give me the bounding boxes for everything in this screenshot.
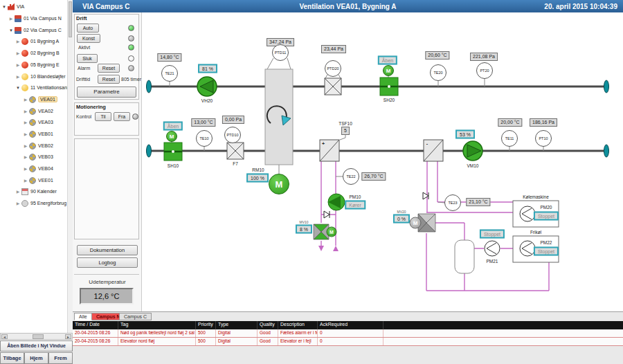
pm10-label: PM10 [350,194,361,199]
sidebar-item-veb01[interactable]: ▶VEB01 [0,129,66,139]
sidebar-item-campus-n[interactable]: ▶01 Via Campus N [0,13,66,24]
tab-campus-c[interactable]: Campus C [119,313,152,320]
fan-vh20[interactable] [197,77,217,96]
expand-icon[interactable]: ▶ [15,39,21,44]
expand-icon[interactable]: ▼ [1,5,7,9]
expand-icon[interactable]: ▶ [23,143,28,148]
sidebar-item-via[interactable]: ▼VIA [0,1,66,12]
sidebar-item-bygning-b[interactable]: ▶02 Bygning B [0,48,66,58]
sidebar-horizontal-scrollbar[interactable]: ◄ ► [0,333,73,340]
sluk-button[interactable]: Sluk [77,54,98,63]
sidebar-vertical-scrollbar[interactable] [67,0,73,333]
expand-icon[interactable]: ▶ [15,62,21,67]
sensor-te10[interactable]: TE10 [196,130,213,147]
pump-pm22[interactable] [520,241,535,256]
aktivt-led [128,44,134,51]
expand-icon[interactable]: ▶ [23,131,28,136]
sidebar-item-blandesloejfer[interactable]: ▶10 Blandesløjfer [0,71,66,82]
forward-button[interactable]: Frem [48,352,73,364]
til-button[interactable]: Til [95,112,111,121]
sidebar-item-vea03[interactable]: ▶VEA03 [0,117,66,127]
alarm-row[interactable]: 20-04-2015 08:26 Elevator nord fløj 500 … [73,338,623,346]
buffer-tank[interactable] [455,240,474,273]
sh10-motor-icon[interactable]: M [166,131,177,142]
supply-filter[interactable] [227,143,244,159]
sensor-te11[interactable]: TE11 [501,130,518,147]
damper-sh20[interactable] [380,75,398,95]
open-in-new-window-button[interactable]: Åben Billede i Nyt Vindue [0,340,73,352]
expand-icon[interactable]: ▶ [15,51,21,55]
alarm-reset-button[interactable]: Reset [98,64,120,73]
ptd10-value: 0,00 Pa [222,116,244,124]
scrollbar-thumb[interactable] [33,334,44,339]
sidebar-item-label: VEE01 [38,178,53,183]
scroll-right-icon[interactable]: ► [65,334,71,339]
sidebar-item-veb03[interactable]: ▶VEB03 [0,152,66,162]
alarm-row[interactable]: 20-04-2015 08:26 Nød og panik fællesfejl… [73,329,623,338]
rotary-heat-exchanger[interactable] [265,69,293,174]
mv10-motor-icon[interactable]: M [327,227,337,237]
extract-filter[interactable] [325,78,341,95]
logbog-button[interactable]: Logbog [77,257,138,268]
expand-icon[interactable]: ▶ [23,109,28,113]
sensor-te22[interactable]: TE22 [343,168,359,185]
expand-icon[interactable]: ▶ [23,97,28,102]
pump-pm21[interactable] [485,241,500,256]
sensor-te21[interactable]: TE21 [161,65,178,82]
scrollbar-thumb[interactable] [69,1,72,37]
sensor-te20[interactable]: TE20 [430,64,446,81]
pump-pm20[interactable] [520,206,535,221]
alarm-type: Digital [216,338,258,345]
sensor-pt10[interactable]: PT10 [535,130,552,147]
sidebar-item-ventilationsanlaeg[interactable]: ▼11 Ventilationsanlæg [0,82,66,93]
expand-icon[interactable]: ▶ [15,74,21,79]
mv20-motor-icon[interactable]: M [410,217,422,229]
back-button[interactable]: Tilbage [0,352,24,364]
tab-alle[interactable]: Alle [74,313,92,320]
scroll-left-icon[interactable]: ◄ [1,334,8,339]
expand-icon[interactable]: ▶ [23,166,28,171]
sidebar-item-vea02[interactable]: ▶VEA02 [0,106,66,116]
sidebar-item-bygning-a[interactable]: ▶01 Bygning A [0,36,66,46]
home-button[interactable]: Hjem [24,352,48,364]
expand-icon[interactable]: ▶ [15,189,21,194]
col-quality: Quality [258,321,278,329]
sidebar-item-energiforbrug[interactable]: ▶95 Energiforbrug [0,198,66,208]
expand-icon[interactable]: ▶ [23,178,28,183]
auto-button[interactable]: Auto [77,24,99,33]
sidebar-item-vea01[interactable]: ▶VEA01 [0,94,66,104]
fra-button[interactable]: Fra [114,112,130,121]
sidebar-item-veb02[interactable]: ▶VEB02 [0,140,66,151]
expand-icon[interactable]: ▼ [15,86,21,90]
damper-sh10[interactable] [164,141,182,161]
sensor-ptd10[interactable]: PTD10 [224,127,241,143]
mv10-position: 8 % [296,225,312,234]
konst-button[interactable]: Konst [77,34,100,43]
sensor-pt20[interactable]: PT20 [476,62,493,79]
rm10-motor-icon[interactable]: M [269,174,289,194]
parametre-button[interactable]: Parametre [77,87,136,98]
drifttid-reset-button[interactable]: Reset [98,75,120,84]
te23-value: 21,10 °C [466,198,490,206]
sidebar-item-vee01[interactable]: ▶VEE01 [0,175,66,185]
sidebar-item-kalender[interactable]: ▶90 Kalender [0,186,66,197]
duct-end-cap [604,80,609,93]
expand-icon[interactable]: ▶ [23,120,28,125]
expand-icon[interactable]: ▼ [8,28,14,33]
expand-icon[interactable]: ▶ [8,16,14,21]
pump-pm10[interactable] [328,194,345,210]
sidebar-item-label: VEA02 [38,109,53,113]
sidebar-item-campus-c[interactable]: ▼02 Via Campus C [0,25,66,35]
sidebar-item-label: 95 Energiforbrug [30,201,66,206]
sensor-ptd20[interactable]: PTD20 [325,60,341,77]
sensor-te23[interactable]: TE23 [444,194,461,211]
sh20-motor-icon[interactable]: M [383,65,394,76]
sensor-ptd11[interactable]: PTD11 [272,44,289,61]
alarm-quality: Good [258,329,278,337]
sidebar-item-bygning-e[interactable]: ▶05 Bygning E [0,60,66,70]
dokumentation-button[interactable]: Dokumentation [77,245,138,255]
fan-vm10[interactable] [463,141,482,161]
expand-icon[interactable]: ▶ [15,201,21,206]
sidebar-item-veb04[interactable]: ▶VEB04 [0,163,66,174]
expand-icon[interactable]: ▶ [23,154,28,159]
